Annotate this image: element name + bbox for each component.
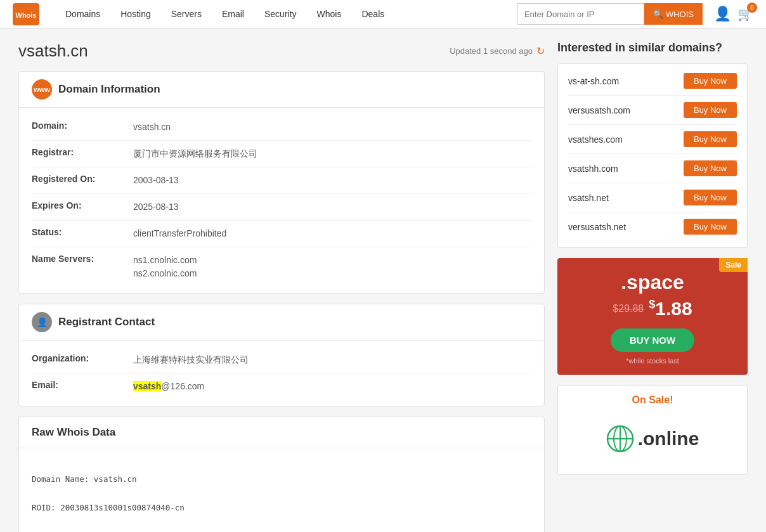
registered-on-label: Registered On: (32, 174, 133, 184)
nav-hosting[interactable]: Hosting (110, 0, 160, 29)
similar-domains-section: Interested in similar domains? vs-at-sh.… (557, 41, 748, 248)
nameservers-label: Name Servers: (32, 254, 133, 264)
old-price: $29.88 (613, 303, 644, 315)
registrant-title: Registrant Contact (58, 316, 155, 328)
registrar-value: 厦门市中资源网络服务有限公司 (133, 147, 257, 160)
user-account-button[interactable]: 👤 (714, 6, 731, 22)
updated-label: Updated 1 second ago (450, 46, 533, 56)
suggestion-2: versusatsh.com Buy Now (568, 96, 737, 125)
email-value: vsatsh@126.com (133, 380, 204, 393)
cart-count: 0 (747, 3, 757, 13)
domain-label: Domain: (32, 120, 133, 131)
online-globe-icon (606, 425, 634, 453)
nav-whois[interactable]: Whois (307, 0, 352, 29)
promo-price-row: $29.88 $1.88 (568, 298, 737, 320)
suggestion-1-name: vs-at-sh.com (568, 76, 619, 86)
info-row-domain: Domain: vsatsh.cn (32, 114, 531, 141)
search-input[interactable] (517, 3, 644, 25)
stocks-note: *while stocks last (568, 357, 737, 365)
nav-servers[interactable]: Servers (161, 0, 212, 29)
suggestion-4: vsatshh.com Buy Now (568, 154, 737, 183)
domain-info-card: www Domain Information Domain: vsatsh.cn… (18, 71, 545, 294)
page-title-row: vsatsh.cn Updated 1 second ago ↻ (18, 41, 545, 61)
on-sale-text: On Sale! (568, 394, 737, 406)
sale-badge: Sale (719, 258, 748, 272)
buy-btn-5[interactable]: Buy Now (684, 190, 737, 205)
raw-whois-header: Raw Whois Data (19, 417, 544, 448)
right-column: Interested in similar domains? vs-at-sh.… (557, 41, 748, 532)
buy-btn-4[interactable]: Buy Now (684, 160, 737, 176)
main-nav: Domains Hosting Servers Email Security W… (55, 0, 517, 29)
header-right: 🔍 WHOIS 👤 🛒 0 (517, 3, 753, 25)
registrar-label: Registrar: (32, 147, 133, 157)
page-title: vsatsh.cn (18, 41, 88, 61)
buy-btn-3[interactable]: Buy Now (684, 131, 737, 147)
nav-domains[interactable]: Domains (55, 0, 110, 29)
info-row-expires-on: Expires On: 2025-08-13 (32, 194, 531, 221)
suggestions-card: vs-at-sh.com Buy Now versusatsh.com Buy … (557, 63, 748, 248)
nameservers-value: ns1.cnolnic.com ns2.cnolnic.com (133, 254, 197, 280)
new-price: $1.88 (649, 298, 692, 320)
suggestion-1: vs-at-sh.com Buy Now (568, 67, 737, 96)
status-label: Status: (32, 227, 133, 237)
registrant-body: Organization: 上海维赛特科技实业有限公司 Email: vsats… (19, 341, 544, 406)
buy-btn-1[interactable]: Buy Now (684, 73, 737, 89)
similar-domains-title: Interested in similar domains? (557, 41, 748, 55)
domain-value: vsatsh.cn (133, 120, 171, 134)
status-value: clientTransferProhibited (133, 227, 226, 240)
nav-email[interactable]: Email (212, 0, 254, 29)
buy-btn-6[interactable]: Buy Now (684, 219, 737, 235)
info-row-status: Status: clientTransferProhibited (32, 221, 531, 247)
online-promo-card: On Sale! .online (557, 385, 748, 475)
logo[interactable]: Whois (13, 3, 42, 25)
raw-line-2: ROID: 20030813s10001s00874040-cn (32, 503, 185, 512)
suggestion-6-name: versusatsh.net (568, 222, 626, 232)
search-icon: 🔍 (653, 10, 663, 19)
whois-search-button[interactable]: 🔍 WHOIS (644, 3, 703, 25)
info-row-nameservers: Name Servers: ns1.cnolnic.com ns2.cnolni… (32, 247, 531, 287)
space-buy-now-button[interactable]: BUY NOW (611, 328, 694, 352)
nav-security[interactable]: Security (254, 0, 307, 29)
suggestion-4-name: vsatshh.com (568, 164, 618, 174)
info-row-email: Email: vsatsh@126.com (32, 373, 531, 399)
org-label: Organization: (32, 353, 133, 363)
domain-info-header: www Domain Information (19, 72, 544, 108)
suggestion-5-name: vsatsh.net (568, 193, 609, 203)
email-highlight-part: vsatsh (133, 381, 161, 391)
search-box: 🔍 WHOIS (517, 3, 703, 25)
nav-deals[interactable]: Deals (351, 0, 394, 29)
buy-btn-2[interactable]: Buy Now (684, 102, 737, 118)
suggestion-3-name: vsatshes.com (568, 134, 623, 145)
refresh-icon[interactable]: ↻ (536, 45, 545, 57)
expires-on-label: Expires On: (32, 200, 133, 211)
raw-line-1: Domain Name: vsatsh.cn (32, 474, 137, 484)
logo-icon: Whois (13, 3, 39, 25)
registrant-icon: 👤 (32, 312, 52, 332)
info-row-org: Organization: 上海维赛特科技实业有限公司 (32, 347, 531, 373)
registered-on-value: 2003-08-13 (133, 174, 179, 187)
info-row-registrar: Registrar: 厦门市中资源网络服务有限公司 (32, 141, 531, 167)
suggestion-3: vsatshes.com Buy Now (568, 125, 737, 154)
person-icon: 👤 (37, 317, 48, 327)
suggestion-2-name: versusatsh.com (568, 105, 630, 115)
online-domain-text: .online (638, 428, 699, 450)
registrant-card: 👤 Registrant Contact Organization: 上海维赛特… (18, 304, 545, 406)
main-container: vsatsh.cn Updated 1 second ago ↻ www Dom… (9, 41, 757, 532)
domain-info-body: Domain: vsatsh.cn Registrar: 厦门市中资源网络服务有… (19, 108, 544, 293)
raw-whois-body: Domain Name: vsatsh.cn ROID: 20030813s10… (19, 448, 544, 532)
domain-info-title: Domain Information (58, 83, 160, 96)
email-rest-part: @126.com (161, 381, 204, 391)
updated-info: Updated 1 second ago ↻ (450, 45, 545, 57)
suggestion-6: versusatsh.net Buy Now (568, 212, 737, 241)
domain-info-icon: www (32, 79, 52, 100)
promo-space-domain: .space (568, 271, 737, 294)
header: Whois Domains Hosting Servers Email Secu… (0, 0, 766, 29)
left-column: vsatsh.cn Updated 1 second ago ↻ www Dom… (18, 41, 545, 532)
www-icon: www (34, 86, 50, 93)
online-logo-area: .online (568, 412, 737, 465)
info-row-registered-on: Registered On: 2003-08-13 (32, 167, 531, 194)
cart-button[interactable]: 🛒 0 (737, 6, 753, 22)
suggestion-5: vsatsh.net Buy Now (568, 183, 737, 212)
price-value: 1.88 (655, 298, 692, 319)
svg-text:Whois: Whois (16, 11, 37, 19)
